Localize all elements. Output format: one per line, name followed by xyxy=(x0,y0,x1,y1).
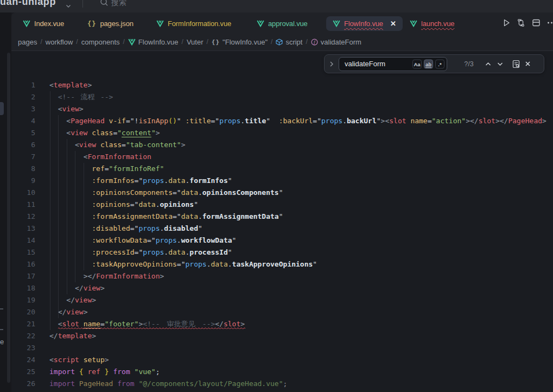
project-name[interactable]: uan-uniapp xyxy=(0,0,56,8)
title-bar: uan-uniapp 搜索 xyxy=(0,0,553,12)
line-number: 23 xyxy=(11,342,35,354)
line-number: 8 xyxy=(11,163,35,175)
ide-window: uan-uniapp 搜索 e Index.vue{}pages.jsonFor… xyxy=(0,0,553,392)
code-line-text: </template> xyxy=(49,330,96,342)
search-box-label[interactable]: 搜索 xyxy=(111,0,126,8)
error-squiggle xyxy=(58,327,245,329)
run-button[interactable] xyxy=(503,18,511,29)
breadcrumb-separator: / xyxy=(182,38,183,46)
line-number: 2 xyxy=(11,91,35,103)
toggle-replace-button[interactable] xyxy=(329,61,334,67)
breadcrumb-item-script[interactable]: script xyxy=(276,38,302,46)
breadcrumb-item-flowinfovue[interactable]: FlowInfo.vue xyxy=(128,38,179,46)
code-line-text: <view> xyxy=(49,103,84,115)
split-editor-button[interactable] xyxy=(532,18,541,29)
code-line-17[interactable]: 17 ></FormInformation> xyxy=(11,270,553,282)
find-input[interactable] xyxy=(339,58,414,71)
module-cube-icon xyxy=(276,39,283,46)
indent-guide xyxy=(50,91,50,330)
code-line-24[interactable]: 24<script setup> xyxy=(11,354,553,366)
code-line-3[interactable]: 3 <view> xyxy=(11,103,553,115)
code-line-text: <slot name="footer"><!-- 审批意见 --></slot> xyxy=(49,318,245,330)
line-number: 12 xyxy=(11,211,35,223)
code-line-14[interactable]: 14 :workflowData="props.workflowData" xyxy=(11,235,553,246)
indent-guide xyxy=(58,115,59,318)
code-line-8[interactable]: 8 ref="formInfoRef" xyxy=(11,163,553,175)
breadcrumb-label: validateForm xyxy=(321,38,361,46)
breadcrumb-separator: / xyxy=(123,38,125,46)
breadcrumb-item-validateform[interactable]: fvalidateForm xyxy=(311,38,361,46)
find-previous-button[interactable] xyxy=(485,62,491,66)
breadcrumb-item-flowinfovue[interactable]: {}"FlowInfo.vue" xyxy=(212,38,268,46)
search-icon[interactable] xyxy=(100,0,109,9)
find-options: Aa ab .* xyxy=(412,59,444,68)
code-line-4[interactable]: 4 <PageHead v-if="!isInApp()" :title="pr… xyxy=(11,115,553,127)
line-number: 13 xyxy=(11,223,35,235)
code-line-10[interactable]: 10 :opinionsComponents="data.opinionsCom… xyxy=(11,187,553,199)
code-line-text: :formInfos="props.data.formInfos" xyxy=(49,175,232,187)
code-line-text: <FormInformation xyxy=(49,151,151,163)
code-line-6[interactable]: 6 <view class="tab-content"> xyxy=(11,139,553,151)
code-line-5[interactable]: 5 <view class="content"> xyxy=(11,127,553,139)
line-number: 9 xyxy=(11,175,35,187)
code-line-22[interactable]: 22</template> xyxy=(11,330,553,342)
compare-changes-button[interactable] xyxy=(517,18,525,29)
regex-button[interactable]: .* xyxy=(435,59,444,68)
code-line-text: <view class="tab-content"> xyxy=(49,139,185,151)
code-line-20[interactable]: 20 </view> xyxy=(11,306,553,318)
code-line-18[interactable]: 18 </view> xyxy=(11,282,553,294)
code-line-23[interactable]: 23 xyxy=(11,342,553,354)
line-number: 18 xyxy=(11,282,35,294)
sidebar-scrollbar[interactable] xyxy=(7,53,10,383)
code-line-19[interactable]: 19 </view> xyxy=(11,294,553,306)
line-number: 4 xyxy=(11,115,35,127)
code-line-text: </view> xyxy=(49,306,87,318)
sidebar-text-fragment xyxy=(0,329,3,330)
code-line-13[interactable]: 13 :disabled="props.disabled" xyxy=(11,223,553,235)
code-line-7[interactable]: 7 <FormInformation xyxy=(11,151,553,163)
code-line-15[interactable]: 15 :processId="props.data.processId" xyxy=(11,246,553,258)
line-number: 20 xyxy=(11,306,35,318)
code-line-text: <!-- 流程 --> xyxy=(49,91,113,103)
code-line-12[interactable]: 12 :formAssignmentData="data.formAssignm… xyxy=(11,211,553,223)
code-line-16[interactable]: 16 :taskApproveOpinions="props.data.task… xyxy=(11,258,553,270)
breadcrumb-label: pages xyxy=(18,38,37,46)
line-number: 7 xyxy=(11,151,35,163)
breadcrumb-label: workflow xyxy=(46,38,73,46)
line-number: 5 xyxy=(11,127,35,139)
breadcrumb-item-workflow[interactable]: workflow xyxy=(46,38,73,46)
function-icon: f xyxy=(311,39,318,46)
code-line-1[interactable]: 1<template> xyxy=(11,79,553,91)
breadcrumb-item-components[interactable]: components xyxy=(81,38,120,46)
line-number: 15 xyxy=(11,246,35,258)
line-number: 11 xyxy=(11,199,35,211)
line-number: 22 xyxy=(11,330,35,342)
whole-word-button[interactable]: ab xyxy=(424,59,433,68)
sidebar-sliver: e xyxy=(0,12,11,392)
more-actions-button[interactable] xyxy=(547,18,553,29)
breadcrumb-item-vuter[interactable]: Vuter xyxy=(187,38,204,46)
find-close-button[interactable] xyxy=(525,61,531,67)
find-in-selection-button[interactable] xyxy=(512,60,520,68)
code-line-text: :opinions="data.opinions" xyxy=(49,199,198,211)
breadcrumb-separator: / xyxy=(207,38,208,46)
breadcrumb-item-pages[interactable]: pages xyxy=(18,38,37,46)
find-next-button[interactable] xyxy=(497,62,503,66)
code-line-26[interactable]: 26import PageHead from "@/components/lay… xyxy=(11,378,553,390)
sidebar-selected-item[interactable] xyxy=(0,102,4,115)
code-line-21[interactable]: 21 <slot name="footer"><!-- 审批意见 --></sl… xyxy=(11,318,553,330)
code-line-11[interactable]: 11 :opinions="data.opinions" xyxy=(11,199,553,211)
code-line-2[interactable]: 2 <!-- 流程 --> xyxy=(11,91,553,103)
code-line-text: :formAssignmentData="data.formAssignment… xyxy=(49,211,283,223)
line-number: 3 xyxy=(11,103,35,115)
editor-actions xyxy=(11,16,553,31)
editor-panel: Index.vue{}pages.jsonFormInformation.vue… xyxy=(11,12,553,392)
code-line-25[interactable]: 25import { ref } from "vue"; xyxy=(11,366,553,378)
breadcrumb-label: script xyxy=(285,38,302,46)
code-line-9[interactable]: 9 :formInfos="props.data.formInfos" xyxy=(11,175,553,187)
chevron-down-icon[interactable] xyxy=(66,1,71,10)
match-case-button[interactable]: Aa xyxy=(412,59,422,68)
code-editor[interactable]: 1<template>2 <!-- 流程 -->3 <view>4 <PageH… xyxy=(11,79,553,390)
breadcrumb: pages/workflow/components/FlowInfo.vue/V… xyxy=(18,33,361,50)
code-line-text: <view class="content"> xyxy=(49,127,160,139)
